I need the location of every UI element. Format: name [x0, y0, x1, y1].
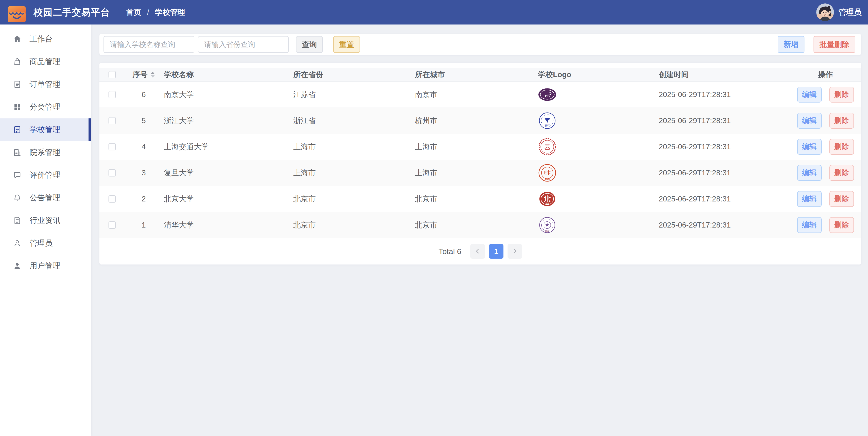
tsinghua-university-seal: 1911 [538, 216, 557, 234]
sidebar-item-news[interactable]: 行业资讯 [0, 209, 91, 232]
sidebar-item-admins[interactable]: 管理员 [0, 232, 91, 255]
cell-province: 北京市 [292, 220, 414, 230]
sidebar-item-products[interactable]: 商品管理 [0, 51, 91, 73]
school-building-icon [13, 125, 22, 134]
edit-button[interactable]: 编辑 [797, 191, 822, 207]
svg-text:1897: 1897 [545, 124, 550, 126]
cell-province: 上海市 [292, 142, 414, 152]
cell-school-name: 复旦大学 [163, 168, 292, 178]
main-content: 查询 重置 新增 批量删除 序号 学校名称 所在省份 所在城市 学校Logo 创… [91, 25, 868, 436]
row-checkbox[interactable] [108, 169, 116, 176]
order-document-icon [13, 80, 22, 89]
edit-button[interactable]: 编辑 [797, 139, 822, 155]
cell-city: 上海市 [414, 142, 537, 152]
cell-created-at: 2025-06-29T17:28:31 [658, 90, 789, 99]
cell-school-logo: 1897 [537, 111, 658, 130]
sidebar-item-users[interactable]: 用户管理 [0, 255, 91, 277]
svg-text:1911: 1911 [545, 230, 549, 232]
table-row: 1清华大学北京市北京市19112025-06-29T17:28:31编辑删除 [99, 212, 861, 238]
page-1-button[interactable]: 1 [489, 244, 503, 259]
edit-button[interactable]: 编辑 [797, 165, 822, 181]
cell-index: 6 [124, 90, 163, 99]
pagination-total: Total 6 [438, 247, 461, 256]
cell-school-name: 上海交通大学 [163, 142, 292, 152]
edit-button[interactable]: 编辑 [797, 87, 822, 103]
cell-select [99, 91, 124, 98]
add-button[interactable]: 新增 [778, 36, 804, 53]
app-root: 校园二手交易平台 首页 / 学校管理 [0, 0, 868, 436]
person-outline-icon [13, 239, 22, 248]
delete-button[interactable]: 删除 [829, 191, 854, 207]
nanjing-university-seal [538, 85, 557, 104]
breadcrumb-home[interactable]: 首页 [126, 7, 141, 18]
edit-button[interactable]: 编辑 [797, 217, 822, 233]
cell-index: 2 [124, 195, 163, 203]
cell-actions: 编辑删除 [789, 165, 861, 181]
province-search-input[interactable] [198, 36, 289, 53]
cell-actions: 编辑删除 [789, 113, 861, 129]
cell-created-at: 2025-06-29T17:28:31 [658, 169, 789, 177]
schools-table-card: 序号 学校名称 所在省份 所在城市 学校Logo 创建时间 操作 6南京大学江苏… [99, 63, 861, 265]
sidebar-item-reviews[interactable]: 评价管理 [0, 164, 91, 187]
svg-text:1905: 1905 [545, 178, 550, 180]
cell-city: 北京市 [414, 220, 537, 230]
column-header-logo: 学校Logo [537, 70, 658, 80]
breadcrumb-separator: / [147, 8, 149, 16]
row-checkbox[interactable] [108, 222, 116, 229]
sidebar-item-announcements[interactable]: 公告管理 [0, 187, 91, 209]
cell-created-at: 2025-06-29T17:28:31 [658, 195, 789, 203]
cell-school-name: 北京大学 [163, 194, 292, 204]
row-checkbox[interactable] [108, 195, 116, 203]
user-name: 管理员 [838, 7, 862, 18]
sidebar-item-orders[interactable]: 订单管理 [0, 73, 91, 96]
cell-city: 南京市 [414, 90, 537, 100]
sidebar-item-workbench[interactable]: 工作台 [0, 28, 91, 51]
cell-select [99, 169, 124, 176]
cell-school-name: 南京大学 [163, 90, 292, 100]
cell-city: 杭州市 [414, 116, 537, 126]
cell-province: 上海市 [292, 168, 414, 178]
sort-caret-icon[interactable] [151, 72, 155, 77]
sidebar-item-departments[interactable]: 院系管理 [0, 141, 91, 164]
cell-city: 北京市 [414, 194, 537, 204]
svg-text:1898: 1898 [545, 202, 550, 204]
grid-icon [13, 103, 22, 111]
pagination: Total 6 1 [99, 238, 861, 265]
search-button[interactable]: 查询 [296, 36, 323, 53]
prev-page-button[interactable] [470, 244, 485, 259]
batch-delete-button[interactable]: 批量删除 [813, 36, 855, 53]
cell-select [99, 222, 124, 229]
user-avatar[interactable] [816, 3, 834, 21]
cell-created-at: 2025-06-29T17:28:31 [658, 221, 789, 229]
delete-button[interactable]: 删除 [829, 165, 854, 181]
row-checkbox[interactable] [108, 143, 116, 150]
column-header-created-at: 创建时间 [658, 70, 789, 80]
sidebar-item-categories[interactable]: 分类管理 [0, 96, 91, 119]
column-header-index[interactable]: 序号 [124, 70, 163, 80]
delete-button[interactable]: 删除 [829, 113, 854, 129]
breadcrumb-current: 学校管理 [155, 7, 185, 18]
table-row: 6南京大学江苏省南京市2025-06-29T17:28:31编辑删除 [99, 82, 861, 108]
select-all-checkbox[interactable] [108, 71, 116, 78]
cell-actions: 编辑删除 [789, 191, 861, 207]
user-area: 管理员 [816, 3, 862, 21]
column-header-school-name: 学校名称 [163, 70, 292, 80]
sidebar-item-schools[interactable]: 学校管理 [0, 119, 91, 141]
edit-button[interactable]: 编辑 [797, 113, 822, 129]
cell-created-at: 2025-06-29T17:28:31 [658, 142, 789, 151]
cell-actions: 编辑删除 [789, 87, 861, 103]
delete-button[interactable]: 删除 [829, 139, 854, 155]
row-checkbox[interactable] [108, 117, 116, 124]
delete-button[interactable]: 删除 [829, 217, 854, 233]
app-header: 校园二手交易平台 首页 / 学校管理 [0, 0, 868, 25]
next-page-button[interactable] [507, 244, 522, 259]
department-building-icon [13, 148, 22, 157]
school-name-search-input[interactable] [103, 36, 194, 53]
table-body: 6南京大学江苏省南京市2025-06-29T17:28:31编辑删除5浙江大学浙… [99, 82, 861, 238]
chat-bubble-icon [13, 171, 22, 180]
delete-button[interactable]: 删除 [829, 87, 854, 103]
cell-actions: 编辑删除 [789, 139, 861, 155]
row-checkbox[interactable] [108, 91, 116, 98]
cell-province: 江苏省 [292, 90, 414, 100]
reset-button[interactable]: 重置 [333, 36, 360, 53]
